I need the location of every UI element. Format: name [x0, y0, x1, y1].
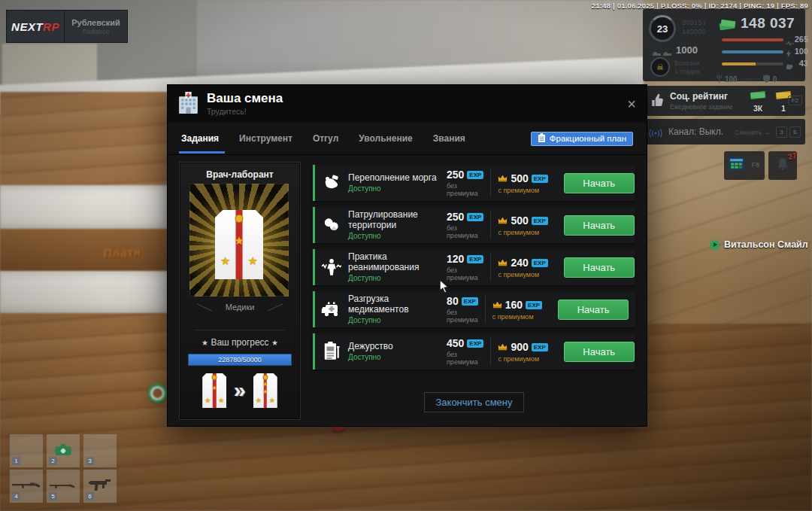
start-task-button[interactable]: Начать: [564, 342, 635, 362]
task-status: Доступно: [348, 274, 440, 282]
voice-icon: [710, 240, 720, 250]
player-hud-panel: 23 20915 / 145000 148 037 265 100 43 100…: [643, 9, 805, 81]
shield-icon: [763, 72, 770, 86]
tab-tasks[interactable]: Задания: [181, 133, 219, 144]
exp-badge: EXP: [467, 213, 483, 221]
star-icon: ★: [205, 397, 211, 404]
satiety-value: 100: [725, 75, 738, 84]
exp-premium-value: 160: [505, 299, 523, 311]
inventory-slot-6[interactable]: 6: [83, 470, 117, 503]
green-money-value: 3К: [748, 104, 768, 113]
thumbs-up-icon: [650, 93, 664, 110]
rifle-icon: [12, 479, 41, 493]
start-task-button[interactable]: Начать: [564, 215, 635, 236]
stamina-value: 1000: [676, 44, 698, 56]
bell-icon: [776, 157, 789, 174]
inventory-slot-4[interactable]: 4: [10, 470, 43, 503]
satiety-bar: [741, 78, 760, 81]
notifications-panel[interactable]: 27: [768, 151, 797, 180]
crown-icon: [492, 298, 502, 312]
crown-icon: [498, 256, 508, 269]
tab-resign[interactable]: Увольнение: [359, 133, 412, 144]
tab-dayoff[interactable]: Отгул: [313, 133, 338, 144]
server-subtitle: Radiance: [83, 28, 110, 35]
energy-value: 100: [792, 47, 808, 56]
start-task-button[interactable]: Начать: [564, 257, 635, 278]
close-icon[interactable]: ×: [627, 96, 636, 111]
rank-progression: ★ ★ ★ » ★ ★ ★ ★: [180, 373, 300, 408]
plan-panel[interactable]: F8: [724, 151, 765, 180]
tab-tool[interactable]: Инструмент: [239, 133, 292, 144]
inventory-slot-2[interactable]: 2: [47, 434, 80, 467]
mouse-cursor: [439, 279, 449, 297]
exp-value: 80: [447, 295, 459, 307]
end-shift-button[interactable]: Закончить смену: [424, 392, 523, 412]
duty-icon: [315, 342, 348, 361]
task-title: Разгрузка медикаментов: [348, 294, 440, 315]
hospital-icon: [178, 91, 198, 117]
green-money-reward: 3К: [748, 90, 768, 113]
exp-badge: EXP: [532, 175, 548, 183]
rank-title: Врач-лаборант: [180, 169, 300, 180]
pills-icon: [315, 215, 348, 235]
task-title: Дежурство: [348, 342, 440, 352]
morgue-icon: [315, 173, 348, 193]
task-row-patrol: Патрулирование территории Доступно 250EX…: [313, 207, 635, 243]
premium-label: с премиумом: [498, 355, 539, 363]
shift-dialog: Ваша смена Трудитесь! × Задания Инструме…: [167, 84, 647, 427]
no-premium-label: без премиума: [447, 266, 483, 281]
slot-number: 1: [12, 457, 20, 465]
inventory-slot-3[interactable]: 3: [83, 434, 117, 467]
nextrp-logo: NEXTRP: [7, 11, 65, 42]
no-premium-label: без премиума: [447, 351, 483, 366]
inventory-slot-5[interactable]: 5: [47, 470, 80, 503]
premium-label: с премиумом: [498, 271, 539, 278]
progress-value: 228780/50000: [218, 356, 262, 363]
inventory-slot-1[interactable]: 1: [10, 434, 43, 467]
star-icon: ★: [271, 339, 278, 347]
task-status: Доступно: [348, 232, 440, 240]
exp-badge: EXP: [526, 301, 542, 309]
slot-number: 2: [49, 457, 57, 465]
exp-badge: EXP: [462, 297, 478, 306]
social-hotkey-badge: F2: [788, 96, 802, 105]
exp-premium-value: 240: [511, 257, 528, 269]
star-icon: ★: [262, 389, 268, 395]
social-rating-panel[interactable]: Соц. рейтинг Ежедневное задание 3К 1 F2: [643, 86, 805, 116]
start-task-button[interactable]: Начать: [558, 300, 629, 320]
radio-channel-panel[interactable]: Канал: Выкл. Сменить → 3 Б: [643, 119, 805, 144]
rank-image: ★ ★ ★: [189, 184, 289, 297]
level-badge: 23: [649, 15, 676, 42]
crown-icon: [498, 214, 508, 227]
task-title: Переполнение морга: [348, 173, 440, 184]
premium-label: с премиумом: [492, 313, 534, 321]
money-icon: [719, 19, 738, 34]
strength-value: 43: [792, 59, 808, 68]
fraction-plan-button[interactable]: Фракционный план: [531, 132, 633, 146]
energy-bar: [722, 50, 783, 53]
progress-title-text: Ваш прогресс: [211, 337, 268, 348]
dialog-title: Ваша смена: [207, 92, 283, 106]
carbine-icon: [50, 479, 77, 493]
star-icon: ★: [234, 235, 244, 246]
star-icon: ★: [269, 397, 275, 404]
exp-badge: EXP: [532, 217, 548, 225]
premium-label: с премиумом: [498, 229, 539, 236]
skull-icon: ☠: [650, 57, 670, 77]
exp-premium-value: 900: [511, 341, 528, 353]
clipboard-icon: [538, 133, 546, 144]
task-row-unloading: Разгрузка медикаментов Доступно 80EXP бе…: [313, 291, 635, 327]
tab-ranks[interactable]: Звания: [433, 133, 465, 144]
strength-bar: [722, 62, 783, 65]
no-premium-label: без премиума: [447, 309, 478, 324]
radio-icon: [649, 127, 662, 141]
server-name: Рублевский: [71, 18, 120, 27]
no-premium-label: без премиума: [447, 224, 483, 239]
start-task-button[interactable]: Начать: [564, 173, 635, 193]
server-logo-panel: NEXTRP Рублевский Radiance: [6, 10, 128, 43]
star-icon: ★: [212, 385, 217, 391]
disease-stage: 1 стадия: [674, 68, 700, 76]
armor-value: 0: [773, 75, 777, 84]
xp-total: 145000: [682, 27, 706, 36]
exp-value: 250: [447, 169, 464, 181]
